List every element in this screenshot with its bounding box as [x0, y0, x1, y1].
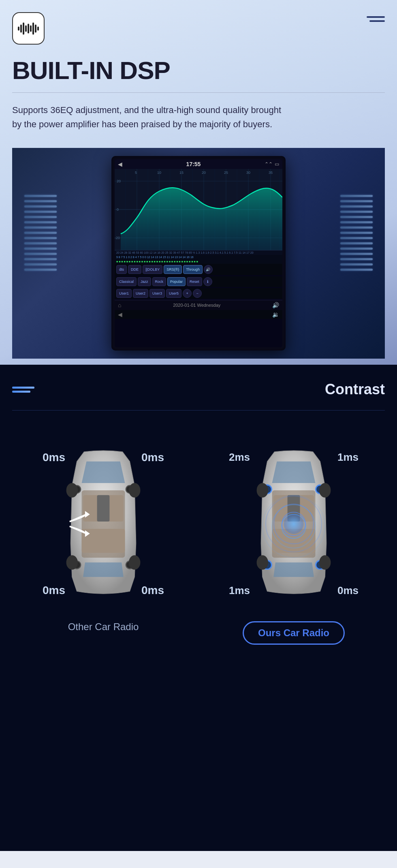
svg-rect-0 [18, 26, 19, 30]
eq-control-row-2: Classical Jazz Rock Popular Reset ℹ [115, 276, 282, 287]
left-car-caption: Other Car Radio [68, 621, 139, 633]
left-car-item: 0ms 0ms 0ms 0ms [18, 431, 188, 633]
dts-button[interactable]: dts [116, 265, 127, 274]
title-divider [12, 92, 385, 93]
screen-nav-bottom: ◀ 🔉 [115, 310, 282, 319]
svg-text:10: 10 [157, 171, 161, 175]
svg-text:-20: -20 [115, 236, 120, 240]
screen-home-icon[interactable]: ⌂ [118, 302, 121, 308]
eq-slider-values: 9 8 7 5 1 0 2 8 4 7 5 0 0 12 14 13 14 15… [115, 255, 282, 259]
svg-rect-55 [272, 529, 316, 553]
right-car-topdown: 2ms 1ms 1ms 0ms [237, 447, 350, 601]
eq-chart-svg: 20 0 -20 5 10 15 20 25 30 35 [115, 169, 282, 250]
screen-status-icons: ⌃⌃ ▭ [265, 161, 279, 167]
left-car-label-top-right: 0ms [141, 451, 164, 464]
right-car-label-bottom-left: 1ms [229, 584, 250, 597]
svg-rect-8 [37, 26, 39, 30]
left-car-label-bottom-left: 0ms [43, 584, 65, 597]
top-section: BUILT-IN DSP Supports 36EQ adjustment, a… [0, 0, 397, 365]
classical-button[interactable]: Classical [116, 277, 137, 286]
eq-control-row-3: User1 User2 User3 User5 + − [115, 288, 282, 299]
svg-rect-3 [25, 25, 27, 32]
srs-button[interactable]: SRS(®) [164, 265, 182, 274]
prev-button[interactable]: ◀ [118, 311, 122, 318]
eq-freq-label: 20 24 28 32 46 53 60 100 12 14 16 20 25 … [116, 251, 254, 254]
contrast-label: Contrast [325, 381, 385, 398]
jazz-button[interactable]: Jazz [138, 277, 151, 286]
logo-icon [12, 12, 45, 45]
screen-time: 17:55 [186, 161, 201, 167]
eq-green-indicators: ■ ■ ■ ■ ■ ■ ■ ■ ■ ■ ■ ■ ■ ■ ■ ■ ■ ■ ■ ■ … [116, 260, 198, 263]
plus-button[interactable]: + [183, 289, 192, 298]
screen-date-bar: ⌂ 2020-01-01 Wednesday 🔊 [115, 300, 282, 310]
vent-left [24, 168, 57, 298]
svg-text:35: 35 [269, 171, 273, 175]
svg-text:25: 25 [224, 171, 228, 175]
screen-back-button[interactable]: ◀ [118, 161, 122, 167]
left-car-topdown: 0ms 0ms 0ms 0ms [47, 447, 160, 601]
right-car-label-top-right: 1ms [337, 451, 359, 464]
ours-car-radio-button[interactable]: Ours Car Radio [243, 621, 345, 645]
eq-control-row-1: dts DDE ||DOLBY SRS(®) Through 🔊 [115, 264, 282, 275]
volume-button[interactable]: 🔊 [204, 265, 213, 274]
svg-point-64 [319, 555, 331, 570]
menu-button[interactable] [367, 12, 385, 22]
svg-rect-5 [30, 25, 32, 32]
svg-text:0: 0 [117, 207, 119, 212]
contrast-divider [12, 410, 385, 410]
rock-button[interactable]: Rock [152, 277, 166, 286]
right-car-svg [237, 447, 350, 601]
through-button[interactable]: Through [183, 265, 203, 274]
vol-down-icon[interactable]: 🔉 [272, 311, 279, 318]
svg-rect-56 [288, 495, 300, 522]
svg-point-63 [257, 555, 269, 570]
user3-button[interactable]: User3 [149, 289, 165, 298]
svg-text:15: 15 [179, 171, 184, 175]
user2-button[interactable]: User2 [133, 289, 148, 298]
left-car-label-bottom-right: 0ms [141, 584, 164, 597]
user5-button[interactable]: User5 [166, 289, 181, 298]
reset-button[interactable]: Reset [187, 277, 202, 286]
left-car-label-top-left: 0ms [43, 451, 65, 464]
car-interior-image: ◀ 17:55 ⌃⌃ ▭ [12, 148, 385, 359]
eq-numbers-row: 20 24 28 32 46 53 60 100 12 14 16 20 25 … [115, 250, 282, 255]
svg-point-61 [257, 483, 269, 498]
svg-rect-7 [35, 24, 36, 32]
dolby-button[interactable]: ||DOLBY [143, 265, 162, 274]
svg-text:20: 20 [202, 171, 206, 175]
popular-button[interactable]: Popular [167, 277, 186, 286]
dde-button[interactable]: DDE [128, 265, 141, 274]
screen-date: 2020-01-01 Wednesday [121, 303, 272, 308]
svg-point-47 [129, 483, 141, 498]
svg-point-49 [129, 555, 141, 570]
header [12, 12, 385, 45]
vent-right [340, 168, 373, 298]
minus-button[interactable]: − [193, 289, 202, 298]
screen-device: ◀ 17:55 ⌃⌃ ▭ [111, 156, 286, 351]
left-car-svg [47, 447, 160, 601]
cars-comparison: 0ms 0ms 0ms 0ms [12, 431, 385, 645]
screen-inner: ◀ 17:55 ⌃⌃ ▭ [115, 159, 282, 347]
eq-vals: 9 8 7 5 1 0 2 8 4 7 5 0 0 12 14 13 14 15… [116, 256, 194, 259]
car-display-wrapper: ◀ 17:55 ⌃⌃ ▭ [12, 148, 385, 359]
battery-icon: ▭ [275, 161, 279, 167]
contrast-lines-icon [12, 387, 34, 393]
screen-volume-icon[interactable]: 🔊 [272, 302, 279, 308]
right-car-item: 2ms 1ms 1ms 0ms [209, 431, 379, 645]
svg-rect-1 [20, 24, 22, 32]
svg-text:30: 30 [246, 171, 250, 175]
svg-rect-40 [82, 529, 125, 553]
svg-text:20: 20 [117, 179, 121, 183]
info-button[interactable]: ℹ [203, 277, 212, 286]
right-car-label-top-left: 2ms [229, 451, 250, 464]
hero-description: Supports 36EQ adjustment, and the ultra-… [12, 103, 288, 131]
car-interior-bg: ◀ 17:55 ⌃⌃ ▭ [12, 148, 385, 359]
contrast-header: Contrast [12, 381, 385, 398]
user1-button[interactable]: User1 [116, 289, 132, 298]
svg-text:5: 5 [135, 171, 137, 175]
svg-rect-4 [28, 24, 29, 33]
svg-rect-41 [97, 495, 110, 522]
svg-point-48 [66, 555, 78, 570]
svg-rect-2 [23, 22, 24, 34]
eq-display-area: 20 0 -20 5 10 15 20 25 30 35 [115, 169, 282, 250]
